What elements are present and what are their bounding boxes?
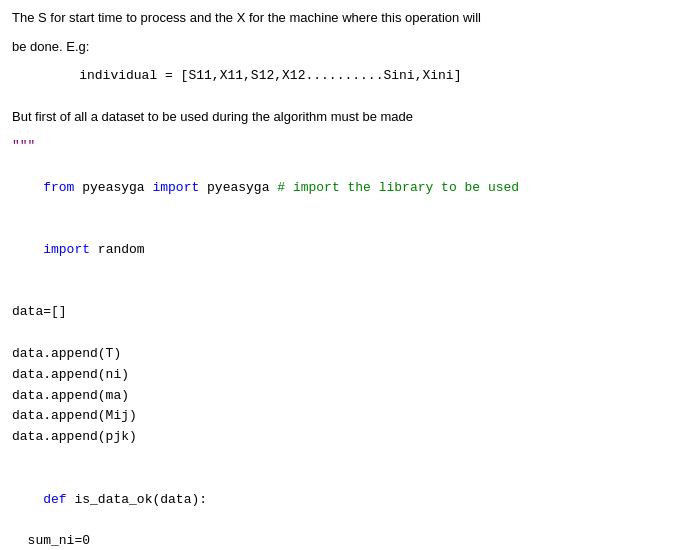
docstring-open: """ [12,136,675,157]
import-keyword: import [152,180,207,195]
import1-line: from pyeasyga import pyeasyga # import t… [12,157,675,219]
desc-line2: be done. E.g: [12,37,675,58]
import1-module: pyeasyga [82,180,152,195]
blank-space [12,86,675,107]
func-def-line: def is_data_ok(data): [12,469,675,531]
desc-line1: The S for start time to process and the … [12,8,675,29]
import2-line: import random [12,219,675,281]
import1-comment: # import the library to be used [277,180,519,195]
append1-line: data.append(T) [12,344,675,365]
append3-line: data.append(ma) [12,386,675,407]
from-keyword: from [43,180,82,195]
blank-after-appends [12,448,675,469]
append5-line: data.append(pjk) [12,427,675,448]
individual-line: individual = [S11,X11,S12,X12..........S… [48,66,675,87]
blank-after-imports [12,282,675,303]
import2-name: random [98,242,145,257]
append4-line: data.append(Mij) [12,406,675,427]
append2-line: data.append(ni) [12,365,675,386]
sum-ni-line: sum_ni=0 [12,531,675,550]
dataset-note: But first of all a dataset to be used du… [12,107,675,128]
description-block: The S for start time to process and the … [12,8,675,128]
func-name: is_data_ok(data): [74,492,207,507]
individual-example: individual = [S11,X11,S12,X12..........S… [12,66,675,87]
import2-keyword: import [43,242,98,257]
import1-name: pyeasyga [207,180,277,195]
code-block-main: """ from pyeasyga import pyeasyga # impo… [12,136,675,550]
blank-after-init [12,323,675,344]
def-keyword: def [43,492,74,507]
data-init-line: data=[] [12,302,675,323]
